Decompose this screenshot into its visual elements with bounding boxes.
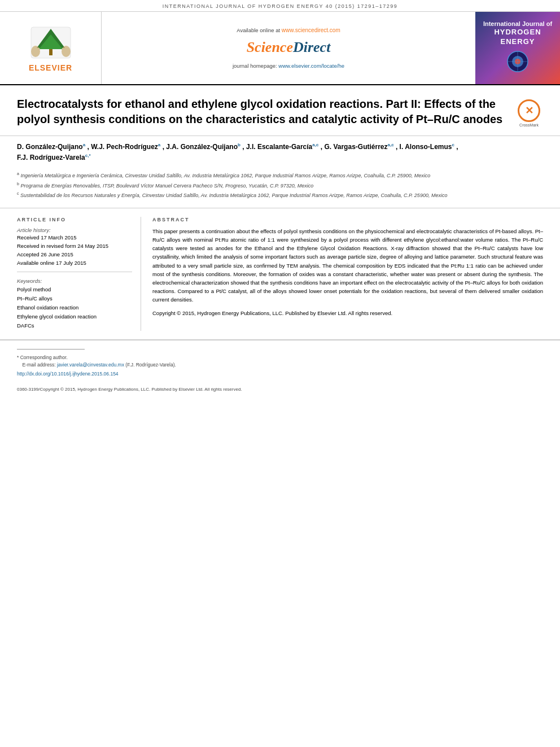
author-5-sup: a,c: [387, 142, 393, 147]
journal-homepage-label: journal homepage: www.elsevier.com/locat…: [233, 63, 344, 69]
keyword-2: Pt–Ru/C alloys: [17, 294, 132, 303]
accepted-date: Accepted 26 June 2015: [17, 251, 132, 257]
author-1: D. González-Quijano: [17, 143, 83, 151]
journal-center-info: Available online at www.sciencedirect.co…: [102, 12, 475, 84]
affiliation-b-sup: b: [17, 182, 19, 186]
svg-point-5: [62, 46, 71, 57]
author-8: F.J. Rodríguez-Varela: [17, 154, 85, 161]
doi-link[interactable]: http://dx.doi.org/10.1016/j.ijhydene.201…: [17, 371, 119, 377]
author-6: , I. Alonso-Lemus: [396, 143, 452, 151]
footnote-divider: [17, 349, 85, 350]
author-8-sup: c,*: [85, 153, 91, 158]
corresponding-label: * Corresponding author.: [17, 355, 68, 360]
elsevier-logo-section: ELSEVIER: [0, 12, 102, 84]
author-2: , W.J. Pech-Rodríguez: [87, 143, 158, 151]
footnote-email: E-mail address: javier.varela@cinvestav.…: [17, 361, 543, 369]
footnote-corresponding: * Corresponding author.: [17, 354, 543, 362]
abstract-copyright: Copyright © 2015, Hydrogen Energy Public…: [152, 309, 543, 317]
history-label: Article history:: [17, 227, 132, 233]
article-info-heading: ARTICLE INFO: [17, 217, 132, 222]
keyword-5: DAFCs: [17, 321, 132, 330]
author-4-sup: a,c: [312, 142, 318, 147]
abstract-body: This paper presents a continuation about…: [152, 227, 543, 317]
crossmark-icon: ✕: [518, 99, 540, 122]
email-label: E-mail address:: [22, 362, 55, 368]
received-date: Received 17 March 2015: [17, 234, 132, 241]
authors-list: D. González-Quijanoa , W.J. Pech-Rodrígu…: [17, 142, 543, 163]
affiliation-a: a Ingeniería Metalúrgica e Ingeniería Ce…: [17, 171, 543, 180]
author-5: , G. Vargas-Gutiérrez: [321, 143, 388, 151]
cover-graphic-icon: [506, 50, 529, 73]
available-online-date: Available online 17 July 2015: [17, 260, 132, 266]
author-4: , J.I. Escalante-García: [242, 143, 312, 151]
affiliation-c: c Sustentabilidad de los Recursos Natura…: [17, 191, 543, 200]
doi-section: http://dx.doi.org/10.1016/j.ijhydene.201…: [17, 370, 543, 378]
email-author: (F.J. Rodríguez-Varela).: [125, 362, 176, 368]
journal-cover: International Journal of HYDROGENENERGY: [475, 12, 560, 84]
elsevier-logo: ELSEVIER: [25, 24, 76, 72]
author-2-sup: a: [158, 142, 160, 147]
affiliation-c-text: Sustentabilidad de los Recursos Naturale…: [20, 193, 447, 198]
affiliations-section: a Ingeniería Metalúrgica e Ingeniería Ce…: [0, 168, 560, 208]
affiliation-a-sup: a: [17, 172, 19, 176]
keyword-4: Ethylene glycol oxidation reaction: [17, 312, 132, 321]
affiliation-b-text: Programa de Energías Renovables, ITSP, B…: [20, 183, 313, 189]
crossmark-badge: ✕ CrossMark: [515, 99, 543, 127]
sciencedirect-logo: ScienceDirect: [247, 39, 331, 56]
affiliation-b: b Programa de Energías Renovables, ITSP,…: [17, 181, 543, 190]
author-7: ,: [456, 143, 458, 151]
content-section: ARTICLE INFO Article history: Received 1…: [0, 208, 560, 340]
author-1-sup: a: [83, 142, 85, 147]
journal-header-bar: INTERNATIONAL JOURNAL OF HYDROGEN ENERGY…: [0, 0, 560, 12]
footnotes-section: * Corresponding author. E-mail address: …: [0, 340, 560, 384]
elsevier-tree-icon: [25, 24, 76, 61]
keywords-section: Keywords: Polyol method Pt–Ru/C alloys E…: [17, 278, 132, 331]
crossmark-label: CrossMark: [519, 123, 539, 127]
author-3: , J.A. González-Quijano: [163, 143, 238, 151]
available-online-label: Available online at www.sciencedirect.co…: [237, 27, 340, 33]
article-title-container: Electrocatalysts for ethanol and ethylen…: [17, 97, 504, 127]
info-divider: [17, 272, 132, 272]
article-info-column: ARTICLE INFO Article history: Received 1…: [17, 217, 141, 331]
article-title-section: Electrocatalysts for ethanol and ethylen…: [0, 85, 560, 136]
svg-point-4: [31, 46, 40, 57]
authors-section: D. González-Quijanoa , W.J. Pech-Rodrígu…: [0, 136, 560, 168]
revised-label: Received in revised form 24 May 2015: [17, 243, 132, 249]
journal-title-bar: INTERNATIONAL JOURNAL OF HYDROGEN ENERGY…: [163, 3, 398, 9]
elsevier-brand-text: ELSEVIER: [29, 63, 72, 72]
homepage-url[interactable]: www.elsevier.com/locate/he: [278, 63, 344, 69]
abstract-section: ABSTRACT This paper presents a continuat…: [152, 217, 543, 331]
author-3-sup: b: [238, 142, 240, 147]
affiliation-c-sup: c: [17, 191, 19, 195]
affiliation-a-text: Ingeniería Metalúrgica e Ingeniería Cerá…: [20, 173, 430, 178]
keywords-label: Keywords:: [17, 278, 132, 284]
keyword-1: Polyol method: [17, 285, 132, 294]
author-6-sup: c: [452, 142, 454, 147]
cover-journal-title: International Journal of HYDROGENENERGY: [483, 20, 552, 47]
article-main-title: Electrocatalysts for ethanol and ethylen…: [17, 97, 504, 127]
footer-copyright-text: 0360-3199/Copyright © 2015, Hydrogen Ene…: [17, 387, 242, 392]
email-link[interactable]: javier.varela@cinvestav.edu.mx: [57, 362, 124, 368]
abstract-heading: ABSTRACT: [152, 217, 543, 222]
copyright-footer: 0360-3199/Copyright © 2015, Hydrogen Ene…: [0, 383, 560, 397]
journal-header: ELSEVIER Available online at www.science…: [0, 12, 560, 85]
keyword-3: Ethanol oxidation reaction: [17, 303, 132, 312]
abstract-paragraph: This paper presents a continuation about…: [152, 227, 543, 304]
sciencedirect-url[interactable]: www.sciencedirect.com: [282, 27, 340, 33]
